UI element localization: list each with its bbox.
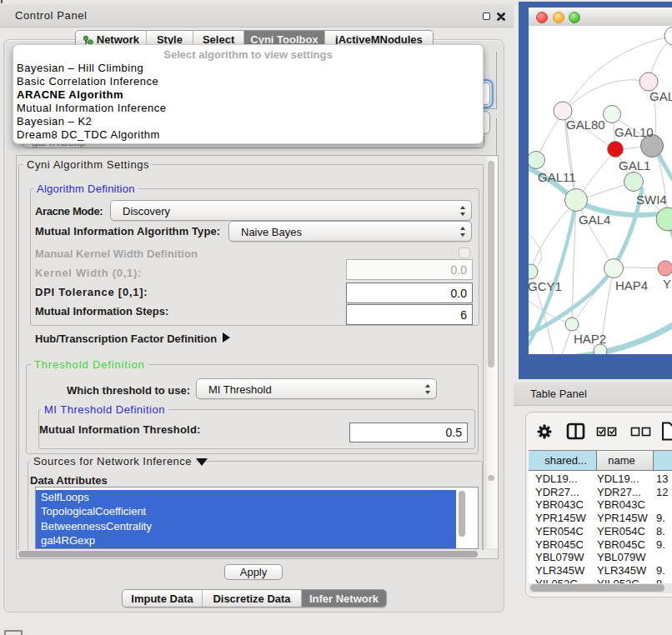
svg-text:GAL: GAL (649, 89, 672, 103)
svg-text:HAP4: HAP4 (615, 278, 648, 292)
svg-text:GCY1: GCY1 (529, 279, 562, 293)
svg-text:Y: Y (663, 277, 671, 291)
svg-text:GAL4: GAL4 (579, 212, 610, 227)
svg-text:GAL11: GAL11 (538, 170, 576, 184)
svg-text:GAL1: GAL1 (619, 158, 650, 172)
svg-text:GAL80: GAL80 (566, 118, 605, 132)
svg-text:GAL10: GAL10 (614, 125, 654, 139)
svg-text:SWI4: SWI4 (636, 192, 667, 207)
svg-text:HAP2: HAP2 (574, 332, 606, 346)
